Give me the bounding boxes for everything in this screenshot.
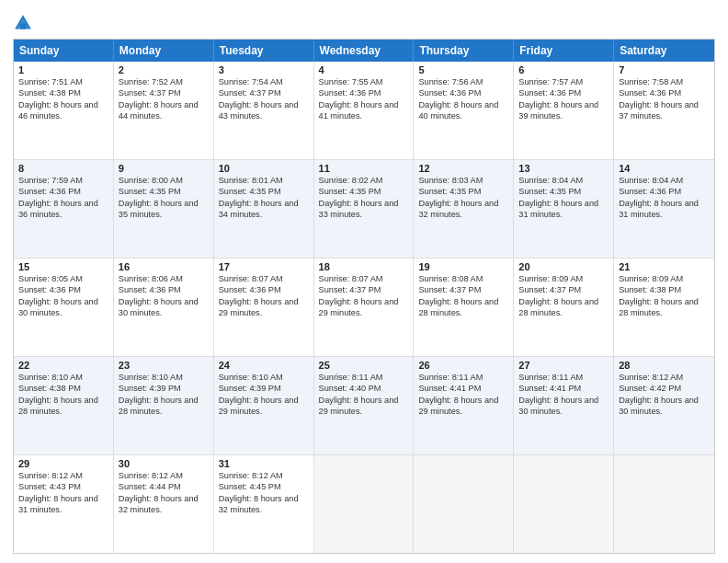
day-cell-23: 23Sunrise: 8:10 AMSunset: 4:39 PMDayligh… bbox=[114, 357, 214, 454]
day-number: 11 bbox=[319, 163, 409, 174]
day-cell-6: 6Sunrise: 7:57 AMSunset: 4:36 PMDaylight… bbox=[514, 62, 614, 159]
cell-text: Sunrise: 7:51 AMSunset: 4:38 PMDaylight:… bbox=[18, 76, 108, 122]
cell-text: Sunrise: 8:10 AMSunset: 4:38 PMDaylight:… bbox=[18, 372, 108, 418]
empty-cell bbox=[614, 455, 714, 553]
cell-text: Sunrise: 8:11 AMSunset: 4:41 PMDaylight:… bbox=[418, 372, 508, 418]
calendar: SundayMondayTuesdayWednesdayThursdayFrid… bbox=[13, 39, 715, 554]
day-number: 5 bbox=[418, 64, 508, 75]
day-number: 10 bbox=[219, 163, 309, 174]
header-day-monday: Monday bbox=[114, 40, 214, 62]
calendar-header: SundayMondayTuesdayWednesdayThursdayFrid… bbox=[14, 40, 714, 62]
cell-text: Sunrise: 8:07 AMSunset: 4:36 PMDaylight:… bbox=[219, 273, 309, 319]
day-cell-19: 19Sunrise: 8:08 AMSunset: 4:37 PMDayligh… bbox=[414, 259, 514, 356]
day-number: 16 bbox=[119, 261, 209, 272]
empty-cell bbox=[514, 455, 614, 553]
day-number: 22 bbox=[18, 360, 108, 371]
cell-text: Sunrise: 8:09 AMSunset: 4:38 PMDaylight:… bbox=[619, 273, 710, 319]
day-cell-14: 14Sunrise: 8:04 AMSunset: 4:36 PMDayligh… bbox=[614, 160, 714, 258]
day-cell-28: 28Sunrise: 8:12 AMSunset: 4:42 PMDayligh… bbox=[614, 357, 714, 454]
cell-text: Sunrise: 8:04 AMSunset: 4:35 PMDaylight:… bbox=[518, 175, 609, 221]
day-cell-12: 12Sunrise: 8:03 AMSunset: 4:35 PMDayligh… bbox=[414, 160, 514, 258]
logo-icon bbox=[13, 13, 33, 33]
day-number: 1 bbox=[18, 64, 108, 75]
day-cell-29: 29Sunrise: 8:12 AMSunset: 4:43 PMDayligh… bbox=[14, 455, 114, 553]
day-cell-31: 31Sunrise: 8:12 AMSunset: 4:45 PMDayligh… bbox=[214, 455, 314, 553]
day-cell-4: 4Sunrise: 7:55 AMSunset: 4:36 PMDaylight… bbox=[314, 62, 415, 159]
day-number: 19 bbox=[418, 261, 508, 272]
calendar-body: 1Sunrise: 7:51 AMSunset: 4:38 PMDaylight… bbox=[14, 62, 714, 553]
cell-text: Sunrise: 8:11 AMSunset: 4:40 PMDaylight:… bbox=[319, 372, 409, 418]
cell-text: Sunrise: 8:02 AMSunset: 4:35 PMDaylight:… bbox=[319, 175, 409, 221]
cell-text: Sunrise: 8:12 AMSunset: 4:43 PMDaylight:… bbox=[18, 470, 108, 516]
cell-text: Sunrise: 7:55 AMSunset: 4:36 PMDaylight:… bbox=[319, 76, 409, 122]
day-cell-3: 3Sunrise: 7:54 AMSunset: 4:37 PMDaylight… bbox=[214, 62, 314, 159]
day-cell-7: 7Sunrise: 7:58 AMSunset: 4:36 PMDaylight… bbox=[614, 62, 714, 159]
header-day-sunday: Sunday bbox=[14, 40, 114, 62]
cell-text: Sunrise: 8:03 AMSunset: 4:35 PMDaylight:… bbox=[418, 175, 508, 221]
cell-text: Sunrise: 8:11 AMSunset: 4:41 PMDaylight:… bbox=[518, 372, 609, 418]
day-cell-15: 15Sunrise: 8:05 AMSunset: 4:36 PMDayligh… bbox=[14, 259, 114, 356]
day-number: 13 bbox=[518, 163, 609, 174]
day-number: 30 bbox=[119, 458, 209, 469]
day-number: 27 bbox=[518, 360, 609, 371]
day-number: 2 bbox=[119, 64, 209, 75]
day-number: 21 bbox=[619, 261, 710, 272]
day-number: 28 bbox=[619, 360, 710, 371]
cell-text: Sunrise: 8:09 AMSunset: 4:37 PMDaylight:… bbox=[518, 273, 609, 319]
day-number: 23 bbox=[119, 360, 209, 371]
day-cell-16: 16Sunrise: 8:06 AMSunset: 4:36 PMDayligh… bbox=[114, 259, 214, 356]
day-cell-20: 20Sunrise: 8:09 AMSunset: 4:37 PMDayligh… bbox=[514, 259, 614, 356]
day-cell-1: 1Sunrise: 7:51 AMSunset: 4:38 PMDaylight… bbox=[14, 62, 114, 159]
day-number: 12 bbox=[418, 163, 508, 174]
day-cell-17: 17Sunrise: 8:07 AMSunset: 4:36 PMDayligh… bbox=[214, 259, 314, 356]
logo bbox=[13, 13, 37, 33]
day-number: 26 bbox=[418, 360, 508, 371]
cell-text: Sunrise: 8:12 AMSunset: 4:45 PMDaylight:… bbox=[219, 470, 309, 516]
day-number: 24 bbox=[219, 360, 309, 371]
day-cell-27: 27Sunrise: 8:11 AMSunset: 4:41 PMDayligh… bbox=[514, 357, 614, 454]
day-number: 9 bbox=[119, 163, 209, 174]
calendar-week-2: 8Sunrise: 7:59 AMSunset: 4:36 PMDaylight… bbox=[14, 160, 714, 259]
day-number: 14 bbox=[619, 163, 710, 174]
day-number: 17 bbox=[219, 261, 309, 272]
cell-text: Sunrise: 7:56 AMSunset: 4:36 PMDaylight:… bbox=[418, 76, 508, 122]
day-cell-9: 9Sunrise: 8:00 AMSunset: 4:35 PMDaylight… bbox=[114, 160, 214, 258]
page: SundayMondayTuesdayWednesdayThursdayFrid… bbox=[0, 0, 728, 563]
day-number: 18 bbox=[319, 261, 409, 272]
day-number: 29 bbox=[18, 458, 108, 469]
empty-cell bbox=[314, 455, 415, 553]
cell-text: Sunrise: 7:59 AMSunset: 4:36 PMDaylight:… bbox=[18, 175, 108, 221]
calendar-week-5: 29Sunrise: 8:12 AMSunset: 4:43 PMDayligh… bbox=[14, 455, 714, 553]
day-cell-11: 11Sunrise: 8:02 AMSunset: 4:35 PMDayligh… bbox=[314, 160, 415, 258]
cell-text: Sunrise: 8:08 AMSunset: 4:37 PMDaylight:… bbox=[418, 273, 508, 319]
day-number: 4 bbox=[319, 64, 409, 75]
day-number: 20 bbox=[518, 261, 609, 272]
day-number: 8 bbox=[18, 163, 108, 174]
cell-text: Sunrise: 8:00 AMSunset: 4:35 PMDaylight:… bbox=[119, 175, 209, 221]
day-cell-26: 26Sunrise: 8:11 AMSunset: 4:41 PMDayligh… bbox=[414, 357, 514, 454]
cell-text: Sunrise: 8:10 AMSunset: 4:39 PMDaylight:… bbox=[119, 372, 209, 418]
cell-text: Sunrise: 8:01 AMSunset: 4:35 PMDaylight:… bbox=[219, 175, 309, 221]
cell-text: Sunrise: 8:10 AMSunset: 4:39 PMDaylight:… bbox=[219, 372, 309, 418]
cell-text: Sunrise: 8:05 AMSunset: 4:36 PMDaylight:… bbox=[18, 273, 108, 319]
day-cell-10: 10Sunrise: 8:01 AMSunset: 4:35 PMDayligh… bbox=[214, 160, 314, 258]
cell-text: Sunrise: 8:06 AMSunset: 4:36 PMDaylight:… bbox=[119, 273, 209, 319]
day-cell-21: 21Sunrise: 8:09 AMSunset: 4:38 PMDayligh… bbox=[614, 259, 714, 356]
cell-text: Sunrise: 7:57 AMSunset: 4:36 PMDaylight:… bbox=[518, 76, 609, 122]
header bbox=[13, 9, 715, 33]
day-cell-25: 25Sunrise: 8:11 AMSunset: 4:40 PMDayligh… bbox=[314, 357, 415, 454]
calendar-week-4: 22Sunrise: 8:10 AMSunset: 4:38 PMDayligh… bbox=[14, 357, 714, 455]
day-number: 15 bbox=[18, 261, 108, 272]
cell-text: Sunrise: 8:12 AMSunset: 4:42 PMDaylight:… bbox=[619, 372, 710, 418]
cell-text: Sunrise: 7:52 AMSunset: 4:37 PMDaylight:… bbox=[119, 76, 209, 122]
cell-text: Sunrise: 8:07 AMSunset: 4:37 PMDaylight:… bbox=[319, 273, 409, 319]
calendar-week-3: 15Sunrise: 8:05 AMSunset: 4:36 PMDayligh… bbox=[14, 259, 714, 357]
header-day-wednesday: Wednesday bbox=[314, 40, 415, 62]
cell-text: Sunrise: 8:04 AMSunset: 4:36 PMDaylight:… bbox=[619, 175, 710, 221]
day-cell-22: 22Sunrise: 8:10 AMSunset: 4:38 PMDayligh… bbox=[14, 357, 114, 454]
day-number: 31 bbox=[219, 458, 309, 469]
day-number: 25 bbox=[319, 360, 409, 371]
cell-text: Sunrise: 8:12 AMSunset: 4:44 PMDaylight:… bbox=[119, 470, 209, 516]
day-number: 3 bbox=[219, 64, 309, 75]
day-cell-2: 2Sunrise: 7:52 AMSunset: 4:37 PMDaylight… bbox=[114, 62, 214, 159]
